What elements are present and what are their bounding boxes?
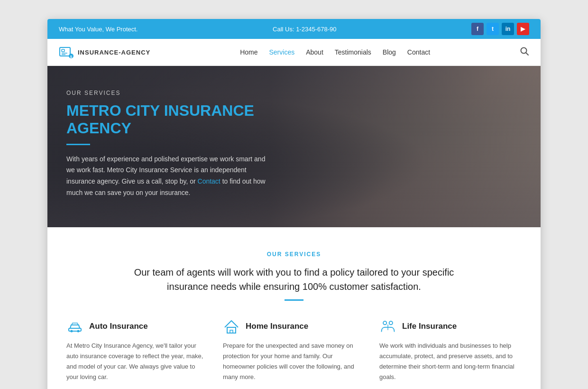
nav-item-services[interactable]: Services [269, 48, 295, 56]
service-card-home: Home Insurance Prepare for the unexpecte… [223, 318, 365, 382]
hero-subtitle: OUR SERVICES [66, 90, 266, 96]
logo: $ INSURANCE-AGENCY [59, 46, 150, 59]
hero-content: OUR SERVICES METRO CITY INSURANCE AGENCY… [47, 66, 285, 222]
home-icon [223, 318, 240, 335]
life-title: Life Insurance [402, 322, 457, 331]
top-bar-social: f t in ▶ [471, 23, 529, 35]
nav-item-testimonials[interactable]: Testimonials [335, 48, 371, 56]
search-icon[interactable] [520, 46, 529, 58]
facebook-icon[interactable]: f [471, 23, 484, 35]
svg-point-10 [77, 330, 80, 333]
auto-icon [66, 318, 83, 335]
hero-divider [66, 144, 90, 145]
logo-text: INSURANCE-AGENCY [78, 49, 150, 56]
services-divider [285, 299, 303, 301]
hero-contact-link[interactable]: Contact [198, 177, 220, 185]
browser-window: What You Value, We Protect. Call Us: 1-2… [47, 19, 541, 389]
logo-icon: $ [59, 46, 74, 59]
linkedin-icon[interactable]: in [502, 23, 514, 35]
service-header-home: Home Insurance [223, 318, 365, 335]
life-icon [379, 318, 396, 335]
top-bar: What You Value, We Protect. Call Us: 1-2… [47, 19, 541, 39]
service-card-auto: Auto Insurance At Metro City Insurance A… [66, 318, 209, 382]
services-section: OUR SERVICES Our team of agents will wor… [47, 227, 541, 389]
svg-rect-1 [62, 49, 64, 52]
svg-text:$: $ [70, 55, 72, 59]
top-bar-phone: Call Us: 1-2345-678-90 [273, 26, 336, 33]
auto-desc: At Metro City Insurance Agency, we'll ta… [66, 341, 209, 382]
life-desc: We work with individuals and businesses … [379, 341, 522, 382]
nav-links: Home Services About Testimonials Blog Co… [240, 48, 430, 56]
service-card-life: Life Insurance We work with individuals … [379, 318, 522, 382]
service-header-life: Life Insurance [379, 318, 522, 335]
services-heading: Our team of agents will work with you to… [133, 265, 455, 294]
service-header-auto: Auto Insurance [66, 318, 209, 335]
nav-item-home[interactable]: Home [240, 48, 257, 56]
hero-title: METRO CITY INSURANCE AGENCY [66, 102, 266, 137]
top-bar-tagline: What You Value, We Protect. [59, 26, 138, 33]
svg-point-14 [389, 321, 393, 324]
services-grid: Auto Insurance At Metro City Insurance A… [66, 318, 522, 382]
auto-title: Auto Insurance [89, 322, 148, 331]
hero-description: With years of experience and polished ex… [66, 154, 266, 199]
nav-bar: $ INSURANCE-AGENCY Home Services About T… [47, 39, 541, 66]
hero-section: OUR SERVICES METRO CITY INSURANCE AGENCY… [47, 66, 541, 227]
nav-item-about[interactable]: About [306, 48, 323, 56]
home-title: Home Insurance [246, 322, 308, 331]
home-desc: Prepare for the unexpected and save mone… [223, 341, 365, 382]
nav-item-contact[interactable]: Contact [407, 48, 430, 56]
svg-point-13 [383, 321, 386, 324]
nav-item-blog[interactable]: Blog [383, 48, 396, 56]
svg-line-7 [526, 53, 528, 55]
youtube-icon[interactable]: ▶ [517, 23, 529, 35]
twitter-icon[interactable]: t [487, 23, 499, 35]
svg-point-9 [71, 330, 73, 333]
services-label: OUR SERVICES [66, 251, 522, 258]
